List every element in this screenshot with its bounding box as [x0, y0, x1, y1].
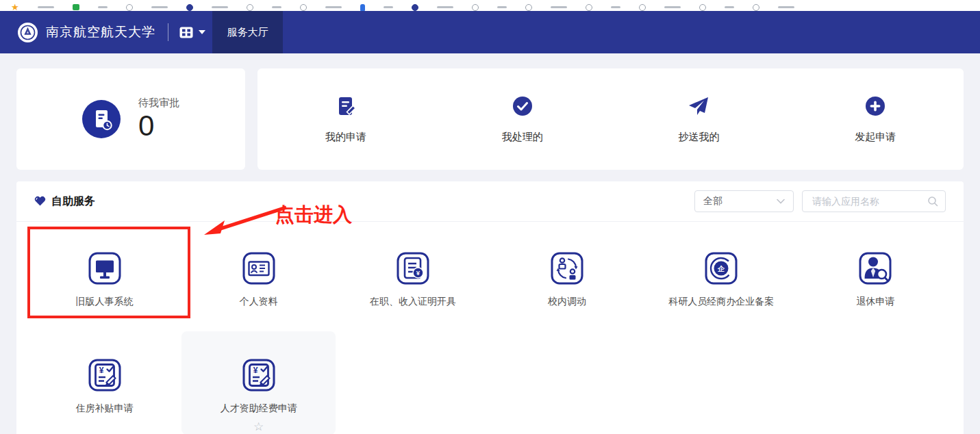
browser-bookmarks-bar: ★ — [0, 0, 980, 11]
monitor-icon — [87, 251, 123, 286]
cc-to-me-item[interactable]: 抄送我的 — [611, 68, 788, 170]
svg-text:¥: ¥ — [416, 269, 420, 277]
doc-edit-icon — [335, 95, 357, 117]
bookmark-label[interactable] — [551, 6, 567, 8]
bookmark-favicon[interactable] — [126, 4, 133, 11]
university-name: 南京航空航天大学 — [46, 23, 155, 41]
app-label: 人才资助经费申请 — [221, 403, 297, 415]
page-content: 待我审批 0 我的申请 — [0, 53, 980, 434]
bookmark-favicon[interactable] — [300, 4, 307, 11]
check-circle-icon — [512, 95, 533, 117]
bookmark-label[interactable] — [384, 6, 393, 8]
grid-apps-icon — [179, 27, 193, 38]
bookmark-favicon[interactable] — [525, 4, 532, 11]
tab-service-hall[interactable]: 服务大厅 — [212, 11, 283, 53]
app-label: 校内调动 — [548, 296, 586, 308]
bookmark-favicon[interactable] — [639, 4, 646, 11]
paper-plane-icon — [688, 95, 709, 117]
category-select-value: 全部 — [703, 195, 723, 207]
subsidy-form-icon: ¥ — [241, 357, 277, 393]
app-item-internal-transfer[interactable]: 校内调动 — [490, 222, 644, 331]
pending-approval-card[interactable]: 待我审批 0 — [16, 68, 245, 170]
app-label: 住房补贴申请 — [76, 403, 134, 415]
svg-text:企: 企 — [717, 265, 725, 272]
subsidy-form-icon: ¥ — [87, 357, 123, 393]
category-select[interactable]: 全部 — [694, 190, 794, 212]
portal-navbar: 南京航空航天大学 服务大厅 — [0, 11, 980, 53]
app-label: 科研人员经商办企业备案 — [668, 296, 774, 308]
bookmark-label[interactable] — [437, 6, 453, 8]
start-application-item[interactable]: 发起申请 — [787, 68, 964, 170]
my-applications-item[interactable]: 我的申请 — [257, 68, 434, 170]
bookmark-label[interactable] — [151, 6, 168, 8]
quick-actions-card: 我的申请 我处理的 抄送我的 — [257, 68, 964, 170]
university-seal-icon — [19, 24, 36, 41]
panel-header: 自助服务 全部 — [16, 181, 964, 222]
bookmark-label[interactable] — [778, 6, 794, 8]
handled-by-me-label: 我处理的 — [502, 131, 543, 144]
apps-grid: 旧版人事系统 个人资料 ¥ — [16, 222, 964, 434]
enterprise-icon: 企 — [703, 251, 739, 286]
bookmark-favicon[interactable] — [247, 4, 253, 11]
certificate-yen-icon: ¥ — [395, 251, 431, 286]
chevron-down-icon — [777, 199, 785, 204]
panel-controls: 全部 — [694, 190, 946, 212]
id-card-icon — [241, 251, 277, 286]
bookmark-favicon[interactable] — [699, 4, 706, 11]
pending-label: 待我审批 — [138, 97, 179, 110]
pending-doc-icon — [82, 100, 121, 138]
bookmark-favicon[interactable] — [753, 4, 759, 11]
bookmark-label[interactable] — [497, 6, 507, 8]
svg-text:¥: ¥ — [99, 366, 103, 375]
bookmark-favicon[interactable] — [360, 4, 365, 11]
person-search-icon — [857, 251, 893, 286]
app-search-box — [802, 190, 946, 212]
cc-to-me-label: 抄送我的 — [678, 131, 719, 144]
favorite-star-icon[interactable]: ☆ — [253, 421, 264, 433]
bookmark-label[interactable] — [38, 6, 54, 8]
plus-circle-icon — [865, 95, 885, 117]
app-item-talent-funding[interactable]: ¥ 人才资助经费申请 ☆ — [181, 331, 336, 434]
transfer-people-icon — [549, 251, 585, 286]
app-label: 退休申请 — [856, 296, 894, 308]
app-label: 旧版人事系统 — [76, 296, 134, 308]
handled-by-me-item[interactable]: 我处理的 — [434, 68, 611, 170]
app-item-housing-subsidy[interactable]: ¥ 住房补贴申请 — [27, 331, 181, 434]
bookmark-label[interactable] — [272, 6, 281, 8]
bookmark-favicon[interactable] — [73, 4, 79, 10]
heart-icon — [34, 196, 46, 207]
bookmark-label[interactable] — [98, 6, 108, 8]
bookmark-favicon[interactable] — [472, 4, 479, 11]
app-item-employment-income-certificate[interactable]: ¥ 在职、收入证明开具 — [336, 222, 490, 331]
self-service-panel: 自助服务 全部 点击进入 — [16, 181, 964, 434]
bookmark-label[interactable] — [212, 6, 228, 8]
app-item-retirement-application[interactable]: 退休申请 — [799, 222, 953, 331]
app-item-enterprise-filing[interactable]: 企 科研人员经商办企业备案 — [644, 222, 799, 331]
top-cards-row: 待我审批 0 我的申请 — [16, 68, 964, 170]
my-applications-label: 我的申请 — [325, 131, 366, 144]
navbar-divider — [168, 23, 168, 41]
app-item-personal-profile[interactable]: 个人资料 — [181, 222, 336, 331]
bookmark-favicon[interactable] — [412, 4, 418, 11]
star-icon[interactable]: ★ — [11, 4, 19, 11]
svg-text:¥: ¥ — [253, 366, 257, 375]
bookmark-label[interactable] — [611, 6, 620, 8]
app-label: 在职、收入证明开具 — [370, 296, 456, 308]
chevron-down-icon — [199, 30, 205, 34]
bookmark-label[interactable] — [725, 6, 734, 8]
search-icon[interactable] — [927, 196, 938, 207]
bookmark-favicon[interactable] — [186, 4, 193, 11]
bookmark-favicon[interactable] — [586, 4, 592, 11]
app-item-legacy-hr-system[interactable]: 旧版人事系统 — [27, 222, 181, 331]
app-label: 个人资料 — [240, 296, 278, 308]
pending-summary-text: 待我审批 0 — [138, 97, 179, 141]
bookmark-label[interactable] — [664, 6, 681, 8]
bookmark-label[interactable] — [325, 6, 342, 8]
start-application-label: 发起申请 — [855, 131, 896, 144]
university-logo — [18, 23, 38, 42]
pending-count: 0 — [138, 111, 179, 141]
app-switcher-button[interactable] — [179, 27, 205, 38]
panel-title-text: 自助服务 — [51, 194, 95, 209]
search-input[interactable] — [811, 195, 927, 207]
panel-title: 自助服务 — [34, 194, 95, 209]
